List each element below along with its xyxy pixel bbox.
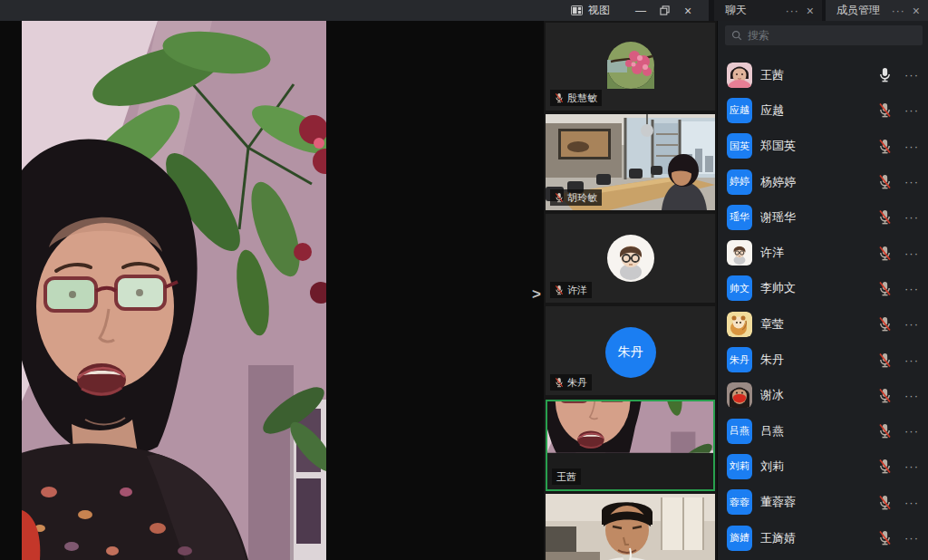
restore-icon: [660, 5, 670, 15]
meeting-window: 视图 — × 聊天 ··· × 成员管理 ··· × >: [0, 0, 928, 560]
avatar-text: 旖婧: [730, 533, 749, 543]
mic-muted-icon[interactable]: [878, 423, 892, 439]
mic-muted-icon[interactable]: [878, 209, 892, 225]
member-name: 应越: [760, 102, 878, 119]
avatar: 蓉蓉: [727, 489, 752, 515]
mic-on-icon[interactable]: [878, 67, 892, 82]
more-options-icon[interactable]: ···: [904, 389, 919, 402]
member-name: 谢瑶华: [760, 209, 878, 226]
member-row-zhengguoying[interactable]: 国英 郑国英 ···: [718, 129, 928, 164]
tab-member-management[interactable]: 成员管理 ··· ×: [826, 0, 928, 21]
search-box[interactable]: [725, 25, 923, 45]
more-options-icon[interactable]: ···: [904, 496, 919, 509]
more-options-icon[interactable]: ···: [904, 103, 919, 117]
member-row-wangyijing[interactable]: 旖婧 王旖婧 ···: [718, 520, 928, 555]
mic-muted-icon[interactable]: [878, 352, 892, 368]
minimize-icon: —: [635, 5, 646, 17]
avatar-text: 朱丹: [618, 344, 643, 361]
member-row-zhangying[interactable]: 章莹 ···: [718, 306, 928, 342]
chat-more-icon[interactable]: ···: [786, 5, 799, 17]
avatar: 瑶华: [727, 205, 752, 230]
thumbnail-yinhuimin[interactable]: 殷慧敏: [546, 23, 715, 111]
member-row-lishuaiwen[interactable]: 帅文 李帅文 ···: [718, 271, 928, 306]
member-row-zhudan[interactable]: 朱丹 朱丹 ···: [718, 342, 928, 377]
member-name: 王旖婧: [760, 530, 878, 546]
thumbnail-hulingmin[interactable]: 胡玲敏: [546, 114, 715, 210]
member-row-yingyue[interactable]: 应越 应越 ···: [718, 92, 928, 128]
more-options-icon[interactable]: ···: [904, 317, 919, 331]
tab-chat[interactable]: 聊天 ··· ×: [714, 0, 822, 21]
more-options-icon[interactable]: ···: [904, 459, 919, 473]
member-tab-title: 成员管理: [836, 3, 884, 18]
member-row-yangtingting[interactable]: 婷婷 杨婷婷 ···: [718, 164, 928, 199]
minimize-button[interactable]: —: [629, 0, 652, 21]
view-menu-label: 视图: [588, 3, 610, 18]
member-row-wangqian[interactable]: 王茜 ···: [718, 57, 928, 92]
avatar: 刘莉: [727, 454, 752, 479]
titlebar: 视图 — × 聊天 ··· × 成员管理 ··· ×: [0, 0, 928, 21]
thumbnail-man[interactable]: [546, 494, 715, 560]
mic-muted-icon[interactable]: [878, 459, 892, 474]
more-options-icon[interactable]: ···: [904, 68, 919, 82]
mic-muted-icon[interactable]: [878, 139, 892, 154]
participant-name: 朱丹: [567, 377, 587, 388]
more-options-icon[interactable]: ···: [904, 424, 919, 438]
more-options-icon[interactable]: ···: [904, 246, 919, 260]
more-options-icon[interactable]: ···: [904, 353, 919, 367]
member-name: 董蓉蓉: [760, 494, 878, 510]
member-row-liuli[interactable]: 刘莉 刘莉 ···: [718, 449, 928, 484]
mic-muted-icon: [555, 192, 564, 203]
participant-name: 王茜: [556, 471, 576, 482]
close-window-button[interactable]: ×: [676, 0, 700, 21]
video-thumbnail-strip: 殷慧敏 胡玲敏 许洋 朱丹 朱丹: [544, 21, 717, 560]
member-close-icon[interactable]: ×: [913, 4, 921, 18]
view-menu-button[interactable]: 视图: [571, 0, 610, 21]
mic-muted-icon[interactable]: [878, 495, 892, 510]
search-input[interactable]: [748, 29, 916, 42]
member-name: 郑国英: [760, 138, 878, 154]
avatar: 国英: [727, 133, 752, 159]
mic-muted-icon: [555, 285, 564, 295]
member-row-dongrongrong[interactable]: 蓉蓉 董蓉蓉 ···: [718, 485, 928, 520]
thumbnail-label: 许洋: [550, 282, 592, 298]
mic-muted-icon[interactable]: [878, 316, 892, 332]
speaker-video: [22, 21, 326, 560]
collapse-strip-chevron-icon[interactable]: >: [529, 276, 544, 313]
member-row-lvyan[interactable]: 吕燕 吕燕 ···: [718, 413, 928, 449]
cartoon-avatar: [607, 235, 654, 282]
thumbnail-xuyang[interactable]: 许洋: [546, 214, 715, 303]
avatar-text: 帅文: [730, 284, 749, 294]
avatar-text: 刘莉: [730, 461, 749, 471]
member-row-xiebing[interactable]: 谢冰 ···: [718, 378, 928, 413]
chat-close-icon[interactable]: ×: [807, 4, 815, 18]
mic-muted-icon: [555, 377, 564, 388]
mic-muted-icon[interactable]: [878, 246, 892, 261]
mic-muted-icon[interactable]: [878, 281, 892, 296]
thumbnail-zhudan[interactable]: 朱丹 朱丹: [546, 306, 715, 395]
more-options-icon[interactable]: ···: [904, 140, 919, 153]
mic-muted-icon[interactable]: [878, 174, 892, 189]
member-row-xieyaohua[interactable]: 瑶华 谢瑶华 ···: [718, 199, 928, 235]
avatar: 吕燕: [727, 419, 752, 444]
member-row-xuyang[interactable]: 许洋 ···: [718, 235, 928, 270]
member-name: 章莹: [760, 316, 878, 333]
more-options-icon[interactable]: ···: [904, 282, 919, 295]
member-list: 王茜 ··· 应越 应越 ··· 国英 郑国英 ··· 婷婷 杨婷婷 ···: [718, 57, 928, 560]
more-options-icon[interactable]: ···: [904, 175, 919, 188]
thumbnail-label: 胡玲敏: [550, 189, 602, 206]
mic-muted-icon[interactable]: [878, 388, 892, 403]
man-video: [546, 494, 715, 560]
member-name: 李帅文: [760, 280, 878, 296]
thumbnail-wangqian-active[interactable]: 王茜: [546, 400, 715, 491]
more-options-icon[interactable]: ···: [904, 531, 919, 545]
member-name: 朱丹: [760, 352, 878, 368]
chat-tab-title: 聊天: [725, 3, 778, 18]
window-controls: — ×: [629, 0, 700, 21]
restore-button[interactable]: [652, 0, 676, 21]
member-more-icon[interactable]: ···: [892, 5, 905, 17]
initial-avatar: 朱丹: [605, 327, 656, 378]
mic-muted-icon[interactable]: [878, 530, 892, 546]
more-options-icon[interactable]: ···: [904, 210, 919, 224]
mic-muted-icon[interactable]: [878, 102, 892, 118]
search-icon: [731, 30, 742, 41]
